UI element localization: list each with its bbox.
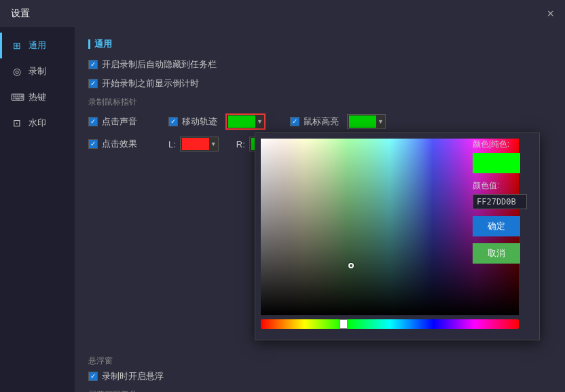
confirm-button[interactable]: 确定 [473,216,520,236]
cancel-button[interactable]: 取消 [473,243,520,264]
app-window: 设置 × ⊞ 通用 ◎ 录制 ⌨ 热键 ⊡ 水印 [0,0,565,392]
checkbox-move-track[interactable]: ✓ [168,117,178,126]
hue-slider-row[interactable] [261,319,519,329]
check-mark-1: ✓ [90,61,96,68]
floating-label: 录制时开启悬浮 [102,370,164,382]
checkbox-floating[interactable]: ✓ [88,372,98,381]
sidebar-item-watermark[interactable]: ⊡ 水印 [0,110,75,136]
color-pure-section: 颜色|纯色: [473,139,534,173]
r-label: R: [236,139,245,149]
checkbox-mouse-highlight[interactable]: ✓ [290,117,299,126]
sidebar-label-hotkey: 热键 [29,91,46,103]
mouse-section-label: 录制鼠标指针 [88,96,551,108]
screen-section-label: 屏幕画图工具 [88,389,551,392]
mouse-highlight-label: 鼠标高亮 [304,115,339,128]
section-title-general: 通用 [88,38,551,50]
option-label-1: 开启录制后自动隐藏到任务栏 [102,58,217,71]
lr-left-arrow: ▼ [211,141,217,147]
color-value-section: 颜色值: [473,180,534,209]
move-track-label: 移动轨迹 [182,115,217,128]
move-track-color-swatch [228,115,255,128]
move-track-dropdown-arrow: ▼ [257,118,263,125]
window-title: 设置 [11,7,30,20]
mouse-option-row-1: ✓ 点击声音 ✓ 移动轨迹 ▼ ✓ 鼠标高亮 [88,113,551,130]
sidebar: ⊞ 通用 ◎ 录制 ⌨ 热键 ⊡ 水印 [0,27,75,392]
lr-left-swatch [182,138,209,150]
lr-left-color-btn[interactable]: ▼ [180,137,219,152]
sidebar-item-hotkey[interactable]: ⌨ 热键 [0,84,75,110]
close-button[interactable]: × [547,7,554,20]
click-effect-label: 点击效果 [102,138,137,150]
hotkey-icon: ⌨ [11,92,23,103]
color-pure-label: 颜色|纯色: [473,139,534,150]
watermark-icon: ⊡ [11,118,23,128]
l-label: L: [168,139,176,149]
sidebar-label-general: 通用 [29,39,46,52]
option-label-2: 开始录制之前显示倒计时 [102,77,199,90]
click-sound-label: 点击声音 [102,115,137,128]
sidebar-label-watermark: 水印 [29,117,46,129]
option-row-1: ✓ 开启录制后自动隐藏到任务栏 [88,58,551,71]
title-bar: 设置 × [0,0,565,27]
settings-panel: 通用 ✓ 开启录制后自动隐藏到任务栏 ✓ 开始录制之前显示倒计时 录制鼠标指针 … [75,27,565,392]
checkbox-auto-hide[interactable]: ✓ [88,60,98,69]
hue-slider-track [261,319,519,329]
general-icon: ⊞ [11,40,23,51]
section-title-text: 通用 [94,38,112,50]
color-value-label: 颜色值: [473,180,534,192]
floating-option-row: ✓ 录制时开启悬浮 [88,370,551,382]
mouse-highlight-arrow: ▼ [378,118,384,125]
option-row-2: ✓ 开始录制之前显示倒计时 [88,77,551,90]
sidebar-item-record[interactable]: ◎ 录制 [0,58,75,84]
sidebar-label-record: 录制 [29,65,46,77]
mouse-highlight-swatch [349,115,376,128]
color-picker-popup: 颜色|纯色: 颜色值: 确定 取消 [255,132,540,340]
color-value-input[interactable] [473,194,527,209]
checkbox-click-sound[interactable]: ✓ [88,117,98,126]
mouse-highlight-color-btn[interactable]: ▼ [347,114,386,129]
checkbox-countdown[interactable]: ✓ [88,79,98,88]
checkbox-click-effect[interactable]: ✓ [88,139,98,149]
main-content: ⊞ 通用 ◎ 录制 ⌨ 热键 ⊡ 水印 通用 ✓ [0,27,565,392]
record-icon: ◎ [11,66,23,77]
hue-slider-thumb [340,319,348,329]
check-mark-2: ✓ [90,80,96,87]
move-track-color-btn[interactable]: ▼ [225,113,266,130]
sidebar-item-general[interactable]: ⊞ 通用 [0,33,75,58]
floating-section-label: 悬浮窗 [88,355,551,367]
picker-cursor [348,263,354,268]
color-preview-swatch [473,153,520,173]
color-picker-right: 颜色|纯色: 颜色值: 确定 取消 [473,139,534,264]
